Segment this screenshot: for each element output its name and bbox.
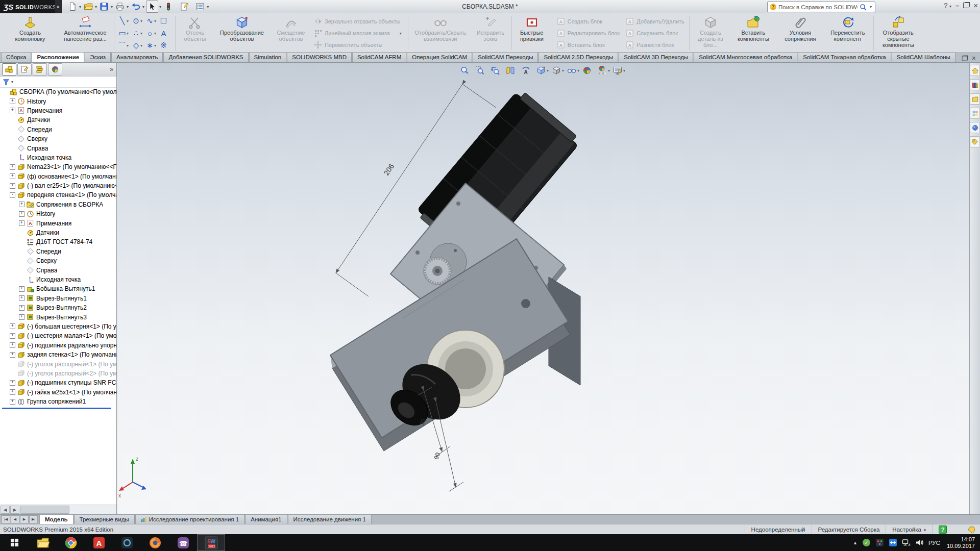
tree-item[interactable]: + (-) подшипник ступицы SNR FC 40 xyxy=(0,378,116,387)
move-entities-button[interactable]: Переместить объекты xyxy=(312,39,405,51)
document-tab[interactable]: Исследование проектирования 1 xyxy=(135,514,245,524)
annotation-views-button[interactable]: ▾ xyxy=(521,65,535,76)
tree-item[interactable]: + Бобышка-Вытянуть1 xyxy=(0,284,116,293)
menu-flyout-arrow-icon[interactable]: ▸ xyxy=(55,0,62,13)
line-tool[interactable]: ╲ ▾ xyxy=(118,15,130,27)
dropdown-caret-icon[interactable]: ▾ xyxy=(140,19,144,23)
show-hidden-components-button[interactable]: Отобразить скрытые компоненты xyxy=(875,14,921,52)
filter-caret-icon[interactable]: ▾ xyxy=(11,80,13,84)
configuration-selector[interactable]: Настройка▴ xyxy=(886,524,932,534)
tree-item[interactable]: + задняя стенка<1> (По умолчанию xyxy=(0,350,116,359)
quick-tips-icon[interactable]: ? xyxy=(939,525,947,534)
rollback-bar[interactable] xyxy=(2,408,111,409)
language-indicator[interactable]: РУС xyxy=(928,540,940,546)
document-tab[interactable]: Трехмерные виды xyxy=(74,514,135,524)
trim-entities-button[interactable]: Отсечь объекты xyxy=(177,14,213,52)
tree-expander[interactable]: + xyxy=(19,305,24,311)
tree-item[interactable]: Спереди xyxy=(0,247,116,256)
save-button[interactable] xyxy=(99,1,110,12)
tree-item[interactable]: + (ф) основание<1> (По умолчани xyxy=(0,172,116,181)
ribbon-tab[interactable]: SolidCAM AFRM xyxy=(352,52,406,62)
quick-tips-toggle[interactable]: ? xyxy=(932,524,953,534)
select-button[interactable] xyxy=(146,1,158,13)
tree-item[interactable]: Справа xyxy=(0,265,116,274)
tree-item[interactable]: + Вырез-Вытянуть1 xyxy=(0,294,116,303)
insert-block-button[interactable]: Вставить блок xyxy=(555,39,622,51)
hatch-tool[interactable]: ※ ▾ xyxy=(159,39,172,52)
tree-item[interactable]: (-) уголок распорный<1> (По ум xyxy=(0,359,116,368)
scroll-left-icon[interactable]: ◀ xyxy=(1,506,10,514)
zoom-fit-button[interactable]: ▾ xyxy=(459,65,474,76)
tree-item[interactable]: Справа xyxy=(0,143,116,153)
network-icon[interactable] xyxy=(902,538,911,547)
file-explorer-tab[interactable] xyxy=(970,93,980,105)
help-button[interactable]: ? ▾ xyxy=(944,2,951,9)
ribbon-tab[interactable]: SOLIDWORKS MBD xyxy=(287,52,352,62)
tree-item[interactable]: + (-) шестерня малая<1> (По умол xyxy=(0,331,116,340)
tree-expander[interactable]: + xyxy=(10,342,15,348)
file-explorer-icon[interactable] xyxy=(29,534,57,551)
help-search-box[interactable]: ? Поиск в Справке по SOLIDWORKS ▾ xyxy=(767,2,875,12)
dropdown-caret-icon[interactable]: ▾ xyxy=(140,31,144,36)
zoom-area-button[interactable]: ▾ xyxy=(475,65,489,76)
save-block-button[interactable]: Сохранить блок xyxy=(624,28,687,39)
tree-item[interactable]: Сверху xyxy=(0,256,116,265)
tree-item[interactable]: Исходная точка xyxy=(0,153,116,162)
display-hide-relations-button[interactable]: Отобразить/Скрыть взаимосвязи xyxy=(410,14,471,52)
mate-button[interactable]: Условия сопряжения xyxy=(777,14,824,52)
ribbon-tab[interactable]: Эскиз xyxy=(85,52,111,62)
dropdown-caret-icon[interactable]: ▾ xyxy=(79,5,81,9)
add-remove-block-button[interactable]: Добавить/Удалить xyxy=(624,16,687,27)
viber-icon[interactable] xyxy=(169,534,197,551)
ribbon-tab[interactable]: SolidCAM 2.5D Переходы xyxy=(538,52,618,62)
linear-sketch-pattern-button[interactable]: Линейный массив эскиза▾ xyxy=(312,28,405,39)
ribbon-tab[interactable]: SolidCAM Токарная обработка xyxy=(798,52,891,62)
document-tab[interactable]: Исследование движения 1 xyxy=(288,514,372,524)
display-style-button[interactable]: ▾ xyxy=(551,65,566,76)
tag-icon[interactable] xyxy=(953,525,980,533)
create-layout-button[interactable]: Создать компоновку xyxy=(2,14,58,52)
options-button[interactable] xyxy=(194,1,206,12)
tree-item[interactable]: Спереди xyxy=(0,125,116,134)
point-tool[interactable]: ∗ ▾ xyxy=(145,39,158,52)
tree-expander[interactable]: + xyxy=(10,323,15,329)
dropdown-caret-icon[interactable]: ▾ xyxy=(142,5,144,9)
display-manager-tab[interactable] xyxy=(48,63,62,76)
hide-show-items-button[interactable]: ▾ xyxy=(567,65,581,76)
rebuild-button[interactable] xyxy=(163,1,174,12)
scrollbar-thumb[interactable] xyxy=(20,506,69,514)
convert-entities-button[interactable]: Преобразование объектов xyxy=(213,14,271,52)
tree-item[interactable]: + (-) подшипник радиально упорны xyxy=(0,341,116,350)
dropdown-caret-icon[interactable]: ▾ xyxy=(127,43,130,48)
quick-snaps-button[interactable]: Быстрые привязки xyxy=(513,14,550,52)
search-options-caret-icon[interactable]: ▾ xyxy=(870,5,872,9)
dropdown-caret-icon[interactable]: ▾ xyxy=(154,19,158,23)
dropdown-caret-icon[interactable]: ▾ xyxy=(127,5,129,9)
tree-expander[interactable]: + xyxy=(10,173,15,179)
sketch-text-tool[interactable]: A ▾ xyxy=(159,27,172,39)
tree-expander[interactable]: + xyxy=(10,333,15,339)
view-orientation-button[interactable]: ▾ xyxy=(536,65,550,76)
tree-item[interactable]: Датчики xyxy=(0,115,116,124)
ribbon-tab[interactable]: SolidCAM Многоосевая обработка xyxy=(694,52,797,62)
tree-expander[interactable]: + xyxy=(19,202,24,207)
custom-properties-tab[interactable] xyxy=(970,136,980,147)
dropdown-caret-icon[interactable]: ▾ xyxy=(140,43,144,48)
view-palette-tab[interactable] xyxy=(970,108,980,119)
document-tab[interactable]: Анимация1 xyxy=(245,514,287,524)
tree-item[interactable]: Сверху xyxy=(0,134,116,143)
new-document-button[interactable] xyxy=(67,1,78,12)
make-block-button[interactable]: Создать блок xyxy=(555,16,622,27)
ribbon-tab[interactable]: SolidCAM Переходы xyxy=(473,52,538,62)
tree-item[interactable]: + Nema23<1> (По умолчанию<<По xyxy=(0,162,116,171)
ribbon-tab[interactable]: Добавления SOLIDWORKS xyxy=(163,52,248,62)
restore-button[interactable] xyxy=(963,3,969,8)
assembly-3d-model[interactable]: 206 35 90 x z xyxy=(117,63,969,514)
tree-item[interactable]: + History xyxy=(0,209,116,218)
tree-item[interactable]: + (-) вал er25<1> (По умолчанию<< xyxy=(0,181,116,190)
property-manager-tab[interactable] xyxy=(17,63,32,76)
edit-block-button[interactable]: Редактировать блок xyxy=(555,28,622,39)
tree-expander[interactable]: - xyxy=(10,192,15,198)
tree-item[interactable]: + Группа сопряжений1 xyxy=(0,397,116,406)
apply-scene-button[interactable]: ▾ xyxy=(597,65,611,76)
